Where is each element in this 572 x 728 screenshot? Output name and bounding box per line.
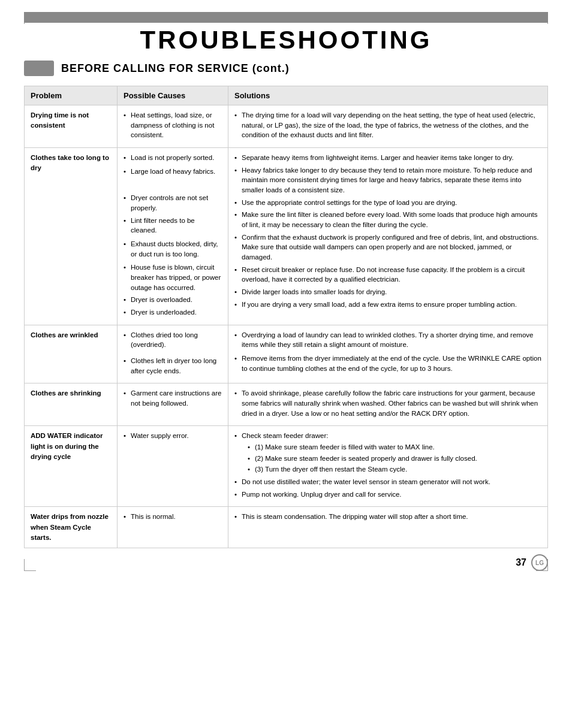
problem-cell: Drying time is not consistent	[25, 105, 118, 148]
causes-list: This is normal.	[124, 512, 222, 522]
list-item: Load is not properly sorted.	[124, 153, 222, 163]
causes-list: Water supply error.	[124, 431, 222, 441]
causes-cell: Clothes dried too long (overdried). Clot…	[118, 325, 228, 383]
solutions-cell: Check steam feeder drawer: (1) Make sure…	[228, 426, 548, 507]
section-heading: BEFORE CALLING FOR SERVICE (cont.)	[61, 62, 290, 75]
list-item: Water supply error.	[124, 431, 222, 441]
list-item: (2) Make sure steam feeder is seated pro…	[248, 454, 541, 464]
list-item: Make sure the lint filter is cleaned bef…	[234, 210, 541, 229]
list-item: This is steam condensation. The dripping…	[234, 512, 541, 522]
causes-cell: Water supply error.	[118, 426, 228, 507]
solutions-list: This is steam condensation. The dripping…	[234, 512, 541, 522]
problem-cell: Clothes are shrinking	[25, 383, 118, 426]
causes-list: Garment care instructions are not being …	[124, 388, 222, 408]
list-item: Overdrying a load of laundry can lead to…	[234, 330, 541, 350]
table-row: Drying time is not consistent Heat setti…	[25, 105, 548, 148]
footer: 37 LG	[24, 554, 548, 571]
list-item: Garment care instructions are not being …	[124, 388, 222, 408]
causes-cell: Heat settings, load size, or dampness of…	[118, 105, 228, 148]
list-item: Heavy fabrics take longer to dry because…	[234, 165, 541, 195]
page-title: TROUBLESHOOTING	[24, 26, 548, 55]
problem-cell: Water drips from nozzle when Steam Cycle…	[25, 507, 118, 548]
header-causes: Possible Causes	[118, 86, 228, 105]
header-problem: Problem	[25, 86, 118, 105]
list-item: Clothes dried too long (overdried).	[124, 330, 222, 350]
list-item: House fuse is blown, circuit breaker has…	[124, 262, 222, 292]
list-item: Confirm that the exhaust ductwork is pro…	[234, 232, 541, 262]
list-item: Do not use distilled water; the water le…	[234, 477, 541, 487]
solutions-cell: To avoid shrinkage, please carefully fol…	[228, 383, 548, 426]
page-number: 37	[516, 557, 526, 568]
table-row: Clothes are wrinkled Clothes dried too l…	[25, 325, 548, 383]
problem-cell: Clothes are wrinkled	[25, 325, 118, 383]
header-bar	[24, 12, 548, 23]
table-row: Clothes are shrinking Garment care instr…	[25, 383, 548, 426]
list-item: (3) Turn the dryer off then restart the …	[248, 464, 541, 475]
list-item: Dryer controls are not set properly.	[124, 193, 222, 213]
table-header-row: Problem Possible Causes Solutions	[25, 86, 548, 105]
causes-list: Clothes dried too long (overdried). Clot…	[124, 330, 222, 376]
list-item: Separate heavy items from lightweight it…	[234, 153, 541, 163]
list-item: Clothes left in dryer too long after cyc…	[124, 356, 222, 376]
list-item: This is normal.	[124, 512, 222, 522]
list-item: Divide larger loads into smaller loads f…	[234, 287, 541, 297]
table-row: Water drips from nozzle when Steam Cycle…	[25, 507, 548, 548]
solutions-list: Check steam feeder drawer: (1) Make sure…	[234, 431, 541, 499]
causes-cell: Load is not properly sorted. Large load …	[118, 148, 228, 325]
list-item: Exhaust ducts blocked, dirty, or duct ru…	[124, 239, 222, 259]
list-item: If you are drying a very small load, add…	[234, 300, 541, 310]
table-row: ADD WATER indicator light is on during t…	[25, 426, 548, 507]
problem-cell: ADD WATER indicator light is on during t…	[25, 426, 118, 507]
solutions-cell: This is steam condensation. The dripping…	[228, 507, 548, 548]
list-item: Heat settings, load size, or dampness of…	[124, 110, 222, 140]
list-item: Large load of heavy fabrics.	[124, 167, 222, 177]
section-heading-container: BEFORE CALLING FOR SERVICE (cont.)	[24, 61, 548, 76]
list-item: Dryer is underloaded.	[124, 307, 222, 318]
table-row: Clothes take too long to dry Load is not…	[25, 148, 548, 325]
corner-mark-br	[536, 559, 548, 571]
list-item: To avoid shrinkage, please carefully fol…	[234, 388, 541, 418]
section-heading-bar	[24, 61, 54, 76]
header-solutions: Solutions	[228, 86, 548, 105]
list-item: Reset circuit breaker or replace fuse. D…	[234, 265, 541, 285]
corner-mark-bl	[24, 559, 36, 571]
problem-cell: Clothes take too long to dry	[25, 148, 118, 325]
header-section: TROUBLESHOOTING	[24, 12, 548, 55]
troubleshoot-table: Problem Possible Causes Solutions Drying…	[24, 86, 548, 548]
causes-list: Load is not properly sorted. Large load …	[124, 153, 222, 318]
list-item: The drying time for a load will vary dep…	[234, 110, 541, 140]
causes-cell: This is normal.	[118, 507, 228, 548]
solutions-list: Separate heavy items from lightweight it…	[234, 153, 541, 309]
solutions-cell: Separate heavy items from lightweight it…	[228, 148, 548, 325]
solutions-cell: Overdrying a load of laundry can lead to…	[228, 325, 548, 383]
causes-cell: Garment care instructions are not being …	[118, 383, 228, 426]
list-item: Use the appropriate control settings for…	[234, 198, 541, 208]
list-item: Lint filter needs to be cleaned.	[124, 216, 222, 235]
sub-list: (1) Make sure steam feeder is filled wit…	[248, 442, 541, 475]
solutions-cell: The drying time for a load will vary dep…	[228, 105, 548, 148]
solutions-list: The drying time for a load will vary dep…	[234, 110, 541, 140]
page-container: TROUBLESHOOTING BEFORE CALLING FOR SERVI…	[24, 12, 548, 571]
list-item: Pump not working. Unplug dryer and call …	[234, 490, 541, 500]
solutions-list: To avoid shrinkage, please carefully fol…	[234, 388, 541, 418]
causes-list: Heat settings, load size, or dampness of…	[124, 110, 222, 140]
list-item: Remove items from the dryer immediately …	[234, 354, 541, 373]
list-item: Check steam feeder drawer: (1) Make sure…	[234, 431, 541, 475]
list-item: Dryer is overloaded.	[124, 295, 222, 305]
list-item: (1) Make sure steam feeder is filled wit…	[248, 442, 541, 452]
solutions-list: Overdrying a load of laundry can lead to…	[234, 330, 541, 374]
